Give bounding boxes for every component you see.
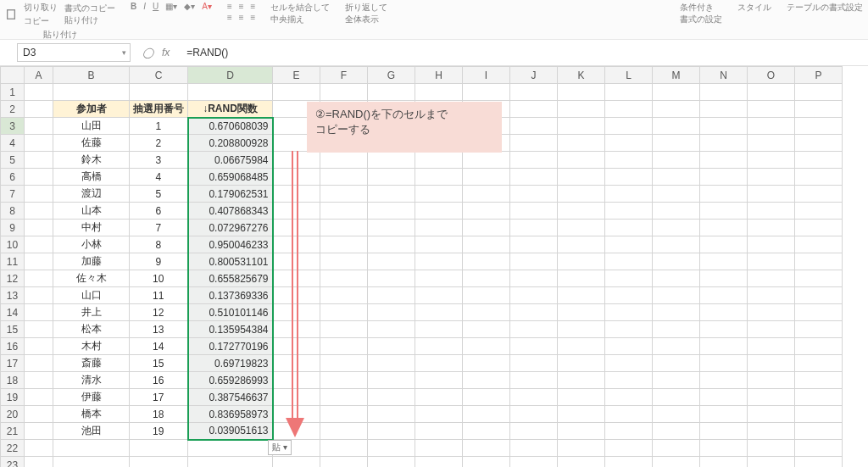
cell[interactable] [415, 236, 463, 253]
lottery-number[interactable]: 4 [130, 169, 188, 186]
cell[interactable] [25, 270, 53, 287]
cell[interactable] [653, 186, 700, 203]
cell[interactable] [25, 186, 53, 203]
cell[interactable] [605, 118, 653, 135]
lottery-number[interactable]: 12 [130, 304, 188, 321]
fill-color-button[interactable]: ◆▾ [184, 2, 195, 11]
fx-search-icon[interactable]: ◯ [142, 47, 153, 58]
cell[interactable] [605, 101, 653, 118]
cell[interactable] [463, 220, 510, 236]
col-header-F[interactable]: F [320, 67, 368, 84]
cell[interactable] [700, 457, 748, 468]
cell[interactable] [463, 389, 510, 406]
lottery-number[interactable]: 5 [130, 186, 188, 203]
cell[interactable] [463, 270, 510, 287]
cell[interactable] [700, 423, 748, 440]
cell[interactable] [463, 253, 510, 270]
cell[interactable] [700, 406, 748, 423]
col-header-J[interactable]: J [510, 67, 558, 84]
table-format-group[interactable]: テーブルの書式設定 [787, 2, 863, 14]
lottery-number[interactable]: 6 [130, 203, 188, 220]
cell[interactable] [368, 287, 415, 304]
cell[interactable] [510, 389, 558, 406]
rand-value[interactable]: 0.510101146 [188, 304, 273, 321]
header-participant[interactable]: 参加者 [53, 101, 130, 118]
cell[interactable] [463, 355, 510, 372]
row-header-6[interactable]: 6 [1, 169, 25, 186]
cell[interactable] [368, 169, 415, 186]
row-header-20[interactable]: 20 [1, 406, 25, 423]
cell[interactable] [795, 169, 843, 186]
cell[interactable] [605, 389, 653, 406]
participant-name[interactable]: 井上 [53, 304, 130, 321]
cell[interactable] [795, 118, 843, 135]
cell[interactable] [415, 253, 463, 270]
cell[interactable] [415, 270, 463, 287]
cell[interactable] [795, 203, 843, 220]
cell[interactable] [320, 169, 368, 186]
participant-name[interactable]: 山口 [53, 287, 130, 304]
merge-label[interactable]: セルを結合して 中央揃え [270, 2, 330, 25]
cell[interactable] [368, 236, 415, 253]
cell[interactable] [368, 423, 415, 440]
cell[interactable] [320, 457, 368, 468]
cell[interactable] [605, 135, 653, 152]
cell[interactable] [510, 406, 558, 423]
cell[interactable] [700, 186, 748, 203]
cell[interactable] [558, 101, 605, 118]
cell[interactable] [510, 152, 558, 169]
rand-value[interactable]: 0.137369336 [188, 287, 273, 304]
cell[interactable] [25, 440, 53, 457]
cell[interactable] [558, 423, 605, 440]
cell[interactable] [25, 101, 53, 118]
cell[interactable] [748, 457, 795, 468]
cell[interactable] [415, 321, 463, 338]
cell[interactable] [25, 236, 53, 253]
cell[interactable] [748, 135, 795, 152]
cell[interactable] [188, 440, 273, 457]
lottery-number[interactable]: 11 [130, 287, 188, 304]
cell[interactable] [415, 457, 463, 468]
cell[interactable] [558, 203, 605, 220]
cell[interactable] [558, 270, 605, 287]
cell[interactable] [320, 220, 368, 236]
cell[interactable] [795, 389, 843, 406]
cell[interactable] [653, 101, 700, 118]
rand-value[interactable]: 0.836958973 [188, 406, 273, 423]
col-header-G[interactable]: G [368, 67, 415, 84]
participant-name[interactable]: 渡辺 [53, 186, 130, 203]
cell[interactable] [320, 423, 368, 440]
cell[interactable] [25, 118, 53, 135]
cell[interactable] [795, 101, 843, 118]
cell[interactable] [25, 389, 53, 406]
cell[interactable] [653, 372, 700, 389]
cell[interactable] [510, 186, 558, 203]
cell[interactable] [320, 440, 368, 457]
cell[interactable] [558, 84, 605, 101]
cell[interactable] [25, 304, 53, 321]
cell[interactable] [558, 406, 605, 423]
rand-value[interactable]: 0.06675984 [188, 152, 273, 169]
cell[interactable] [188, 457, 273, 468]
cell[interactable] [368, 321, 415, 338]
cell[interactable] [415, 186, 463, 203]
cell[interactable] [653, 253, 700, 270]
col-header-M[interactable]: M [653, 67, 700, 84]
cell[interactable] [748, 169, 795, 186]
cell[interactable] [605, 423, 653, 440]
cell[interactable] [25, 338, 53, 355]
cell[interactable] [653, 423, 700, 440]
col-header-N[interactable]: N [700, 67, 748, 84]
cell[interactable] [558, 304, 605, 321]
align-top-icon[interactable]: ≡ [227, 2, 232, 11]
cell[interactable] [653, 152, 700, 169]
cell[interactable] [415, 220, 463, 236]
cell[interactable] [605, 338, 653, 355]
cell[interactable] [748, 220, 795, 236]
cell[interactable] [605, 169, 653, 186]
cell[interactable] [130, 457, 188, 468]
cell[interactable] [700, 152, 748, 169]
formula-bar[interactable]: =RAND() [181, 47, 868, 58]
rand-value[interactable]: 0.407868343 [188, 203, 273, 220]
align-left-icon[interactable]: ≡ [227, 13, 232, 22]
